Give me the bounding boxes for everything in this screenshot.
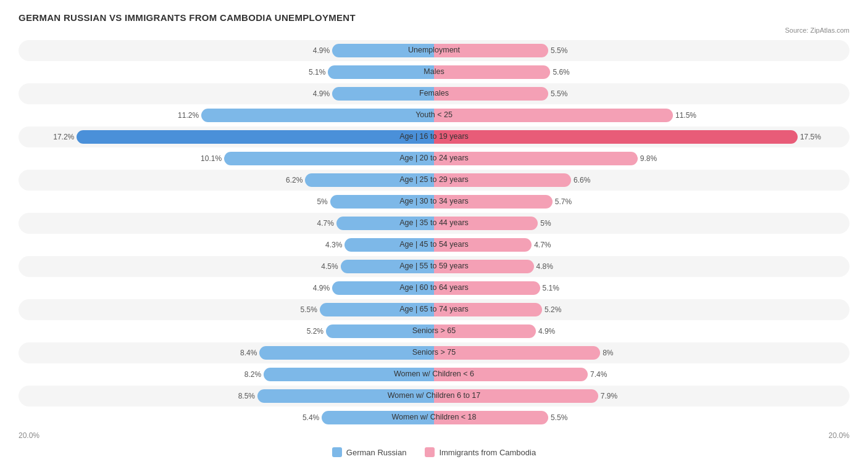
chart-title: GERMAN RUSSIAN VS IMMIGRANTS FROM CAMBOD… bbox=[19, 12, 849, 23]
value-left: 5.2% bbox=[307, 327, 323, 336]
value-left: 11.2% bbox=[178, 111, 199, 120]
chart-row: 10.1%9.8%Age | 20 to 24 years bbox=[19, 148, 849, 169]
bar-left: 5.4% bbox=[322, 411, 434, 424]
value-right: 4.8% bbox=[536, 262, 553, 271]
bar-right: 6.6% bbox=[434, 173, 571, 187]
bar-left: 5.5% bbox=[320, 303, 434, 316]
value-right: 6.6% bbox=[574, 176, 590, 184]
bar-right: 5% bbox=[434, 217, 538, 230]
value-left: 4.9% bbox=[313, 46, 330, 55]
bar-left: 4.7% bbox=[336, 217, 434, 230]
bar-right: 5.6% bbox=[434, 65, 550, 79]
value-right: 9.8% bbox=[640, 154, 657, 163]
chart-row: 6.2%6.6%Age | 25 to 29 years bbox=[19, 170, 849, 191]
bar-right: 9.8% bbox=[434, 152, 638, 165]
bar-left: 17.2% bbox=[77, 130, 434, 144]
bar-right: 7.9% bbox=[434, 389, 598, 403]
value-left: 6.2% bbox=[286, 176, 303, 184]
value-right: 5.1% bbox=[543, 284, 559, 292]
chart-row: 4.5%4.8%Age | 55 to 59 years bbox=[19, 256, 849, 277]
value-left: 5.4% bbox=[303, 413, 319, 422]
bar-left: 5.1% bbox=[328, 65, 434, 79]
chart-row: 11.2%11.5%Youth < 25 bbox=[19, 105, 849, 126]
source-label: Source: ZipAtlas.com bbox=[19, 27, 849, 34]
chart-row: 4.3%4.7%Age | 45 to 54 years bbox=[19, 234, 849, 255]
value-right: 5.2% bbox=[545, 305, 561, 314]
axis-right: 20.0% bbox=[828, 431, 849, 440]
bar-left: 11.2% bbox=[201, 109, 434, 122]
value-right: 11.5% bbox=[675, 111, 696, 120]
bar-left: 4.5% bbox=[341, 260, 434, 273]
bar-left: 8.4% bbox=[259, 346, 434, 360]
value-left: 10.1% bbox=[201, 154, 222, 163]
chart-row: 8.4%8%Seniors > 75 bbox=[19, 342, 849, 363]
legend-label-right: Immigrants from Cambodia bbox=[439, 448, 536, 457]
value-right: 17.5% bbox=[800, 133, 821, 141]
bar-right: 4.8% bbox=[434, 260, 534, 273]
chart-row: 4.7%5%Age | 35 to 44 years bbox=[19, 213, 849, 234]
value-right: 7.9% bbox=[601, 392, 617, 400]
chart-row: 4.9%5.5%Unemployment bbox=[19, 40, 849, 61]
value-right: 4.7% bbox=[534, 241, 551, 249]
chart-row: 4.9%5.1%Age | 60 to 64 years bbox=[19, 278, 849, 299]
bar-left: 10.1% bbox=[224, 152, 434, 165]
value-right: 5.5% bbox=[551, 413, 567, 422]
value-left: 8.2% bbox=[244, 370, 261, 379]
chart-row: 5.4%5.5%Women w/ Children < 18 bbox=[19, 407, 849, 428]
chart-container: GERMAN RUSSIAN VS IMMIGRANTS FROM CAMBOD… bbox=[0, 0, 868, 467]
bar-left: 8.5% bbox=[257, 389, 434, 403]
value-left: 5.1% bbox=[309, 68, 325, 76]
bar-right: 5.5% bbox=[434, 87, 548, 101]
chart-row: 8.5%7.9%Women w/ Children 6 to 17 bbox=[19, 386, 849, 407]
value-left: 5.5% bbox=[301, 305, 317, 314]
chart-row: 8.2%7.4%Women w/ Children < 6 bbox=[19, 364, 849, 385]
value-left: 4.3% bbox=[325, 241, 342, 249]
axis-left: 20.0% bbox=[19, 431, 40, 440]
bar-right: 8% bbox=[434, 346, 600, 360]
bar-left: 4.3% bbox=[344, 238, 434, 252]
value-right: 5% bbox=[540, 219, 551, 228]
bar-left: 4.9% bbox=[332, 281, 434, 295]
bar-right: 17.5% bbox=[434, 130, 798, 144]
bar-left: 5% bbox=[330, 195, 434, 209]
value-left: 8.4% bbox=[240, 349, 257, 357]
bar-right: 5.1% bbox=[434, 281, 540, 295]
value-right: 5.6% bbox=[553, 68, 569, 76]
legend-label-left: German Russian bbox=[346, 448, 407, 457]
bar-left: 5.2% bbox=[326, 324, 434, 338]
value-left: 5% bbox=[317, 197, 327, 206]
value-right: 7.4% bbox=[590, 370, 607, 379]
chart-rows-wrapper: 4.9%5.5%Unemployment5.1%5.6%Males4.9%5.5… bbox=[19, 40, 849, 428]
bar-right: 5.2% bbox=[434, 303, 542, 316]
value-right: 5.7% bbox=[555, 197, 572, 206]
bar-right: 11.5% bbox=[434, 109, 673, 122]
chart-legend: German Russian Immigrants from Cambodia bbox=[19, 447, 849, 457]
legend-item-right: Immigrants from Cambodia bbox=[425, 447, 536, 457]
value-right: 5.5% bbox=[551, 46, 567, 55]
value-left: 4.5% bbox=[321, 262, 338, 271]
chart-row: 5.2%4.9%Seniors > 65 bbox=[19, 321, 849, 342]
chart-row: 17.2%17.5%Age | 16 to 19 years bbox=[19, 126, 849, 147]
bar-right: 5.7% bbox=[434, 195, 553, 209]
value-right: 4.9% bbox=[538, 327, 555, 336]
value-left: 4.9% bbox=[313, 284, 330, 292]
bar-right: 4.7% bbox=[434, 238, 532, 252]
value-left: 8.5% bbox=[238, 392, 255, 400]
value-right: 8% bbox=[603, 349, 613, 357]
bar-right: 7.4% bbox=[434, 368, 588, 381]
bar-left: 8.2% bbox=[264, 368, 434, 381]
value-right: 5.5% bbox=[551, 89, 567, 98]
chart-row: 5%5.7%Age | 30 to 34 years bbox=[19, 191, 849, 212]
value-left: 4.9% bbox=[313, 89, 330, 98]
bar-right: 5.5% bbox=[434, 411, 548, 424]
value-left: 4.7% bbox=[317, 219, 334, 228]
bar-right: 5.5% bbox=[434, 44, 548, 57]
value-left: 17.2% bbox=[53, 133, 74, 141]
legend-box-right bbox=[425, 447, 435, 457]
chart-row: 5.5%5.2%Age | 65 to 74 years bbox=[19, 299, 849, 320]
legend-box-left bbox=[332, 447, 342, 457]
chart-row: 5.1%5.6%Males bbox=[19, 62, 849, 83]
chart-row: 4.9%5.5%Females bbox=[19, 83, 849, 104]
bar-left: 4.9% bbox=[332, 87, 434, 101]
bar-left: 4.9% bbox=[332, 44, 434, 57]
